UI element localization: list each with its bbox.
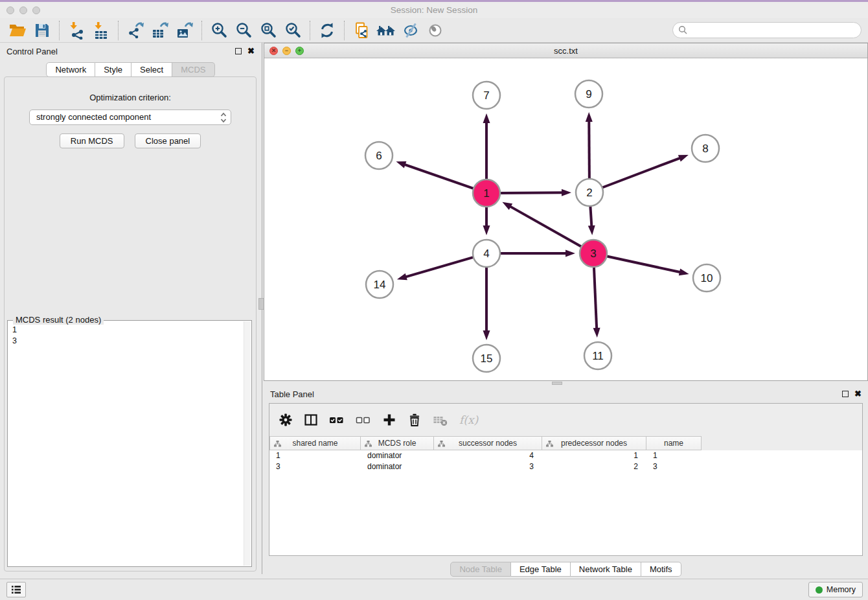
export-table-icon[interactable] [150,20,170,41]
add-column-icon[interactable] [382,413,396,427]
column-header-MCDS-role[interactable]: MCDS role [361,436,434,450]
float-panel-icon[interactable] [235,48,242,54]
graph-edge-1-6[interactable] [404,165,475,189]
table-toolbar: f(x) [269,404,862,436]
tab-network[interactable]: Network [46,62,95,77]
graph-edge-2-8[interactable] [601,158,681,189]
graph-node-label: 11 [592,350,604,362]
graph-edge-1-2[interactable] [499,192,563,193]
control-panel-title: Control Panel [6,47,58,56]
zoom-selected-icon[interactable] [282,20,303,41]
close-panel-button[interactable]: Close panel [135,133,201,148]
column-header-name[interactable]: name [646,436,702,450]
table-cell: 3 [434,462,542,471]
main-toolbar [0,18,868,43]
zoom-fit-icon[interactable] [258,20,279,41]
titlebar: Session: New Session [0,2,868,18]
float-table-panel-icon[interactable] [842,391,849,397]
show-panel-list-button[interactable] [6,582,26,597]
export-network-icon[interactable] [125,20,146,41]
search-icon [678,25,688,35]
vertical-splitter[interactable] [261,43,263,574]
graph-edge-arrowhead [483,225,490,235]
column-header-shared-name[interactable]: shared name [269,436,361,450]
network-graph: 7968124314101511 [264,58,867,380]
column-header-predecessor-nodes[interactable]: predecessor nodes [542,436,646,450]
graph-edge-3-1[interactable] [510,206,583,248]
table-panel-title: Table Panel [270,389,314,399]
import-network-icon[interactable] [66,20,87,41]
table-cell: 1 [269,451,361,460]
tab-edge-table[interactable]: Edge Table [511,562,571,577]
node-table-header: shared nameMCDS rolesuccessor nodesprede… [269,436,862,450]
save-session-icon[interactable] [32,20,52,41]
memory-button[interactable]: Memory [808,582,863,597]
home-icon[interactable] [376,20,396,41]
result-line: 1 [12,325,242,336]
table-cell: 3 [269,462,361,471]
tab-mcds[interactable]: MCDS [172,62,214,77]
node-table-container: f(x) shared nameMCDS rolesuccessor nodes… [269,403,863,556]
select-stepper-icon [220,112,227,128]
search-field[interactable] [672,22,862,38]
toolbar-separator [59,21,60,40]
graph-edge-2-3[interactable] [590,205,591,227]
deselect-all-checkboxes-icon[interactable] [356,413,371,427]
tab-motifs[interactable]: Motifs [641,562,681,577]
result-line: 3 [12,336,242,347]
mcds-tab-content: Optimization criterion: strongly connect… [4,76,257,571]
network-window-titlebar[interactable]: ✕ − + scc.txt [264,43,867,58]
import-table-icon[interactable] [91,20,111,41]
graph-edge-arrowhead [562,189,571,196]
graph-edge-2-9[interactable] [589,121,589,180]
result-scrollbar[interactable] [244,321,251,566]
search-input[interactable] [691,25,861,35]
toolbar-separator [201,21,202,40]
duplicate-network-icon[interactable] [351,20,372,41]
graph-node-label: 9 [586,88,591,100]
graph-edge-arrowhead [586,112,593,122]
optimization-criterion-label: Optimization criterion: [5,93,256,102]
delete-column-icon[interactable] [407,413,422,427]
table-row[interactable]: 3dominator323 [269,461,862,472]
graph-node-label: 7 [483,89,489,102]
graph-node-label: 15 [481,352,493,365]
close-table-panel-icon[interactable]: ✖ [854,391,862,397]
tab-node-table[interactable]: Node Table [450,562,511,577]
toolbar-separator [344,21,345,40]
graph-edge-arrowhead [588,225,595,235]
table-cell: 1 [542,451,646,460]
tab-style[interactable]: Style [95,62,131,77]
network-canvas[interactable]: 7968124314101511 [264,58,867,380]
close-panel-icon[interactable]: ✖ [247,48,255,54]
graph-edge-3-10[interactable] [606,256,681,272]
criterion-select[interactable]: strongly connected component [29,110,231,125]
column-header-successor-nodes[interactable]: successor nodes [434,436,542,450]
graph-edge-4-14[interactable] [405,257,474,277]
graph-edge-arrowhead [565,250,575,257]
open-folder-icon[interactable] [7,20,28,41]
horizontal-splitter-grip[interactable] [552,382,562,385]
settings-gear-icon[interactable] [279,413,293,427]
zoom-out-icon[interactable] [233,20,254,41]
show-hide-panels-icon[interactable] [400,20,421,41]
table-panel: Table Panel ✖ [264,386,868,574]
table-row[interactable]: 1dominator411 [269,450,862,461]
control-panel-tabs: NetworkStyleSelectMCDS [0,62,261,77]
tab-network-table[interactable]: Network Table [571,562,641,577]
mcds-result-lines[interactable]: 13 [8,322,242,566]
table-cell: dominator [361,451,434,460]
run-mcds-button[interactable]: Run MCDS [60,133,124,148]
table-cell: 4 [434,451,542,460]
export-image-icon[interactable] [174,20,195,41]
toggle-column-panel-icon[interactable] [304,413,318,427]
eye-disabled-icon[interactable] [425,20,446,41]
graph-node-label: 14 [374,279,386,291]
zoom-in-icon[interactable] [209,20,229,41]
apply-layout-icon[interactable] [317,20,337,41]
tab-select[interactable]: Select [131,62,172,77]
mcds-result-box: MCDS result (2 nodes) 13 [7,320,252,567]
control-panel: Control Panel ✖ NetworkStyleSelectMCDS O… [0,43,261,574]
select-all-checkboxes-icon[interactable] [329,413,345,427]
graph-edge-3-11[interactable] [594,266,597,329]
